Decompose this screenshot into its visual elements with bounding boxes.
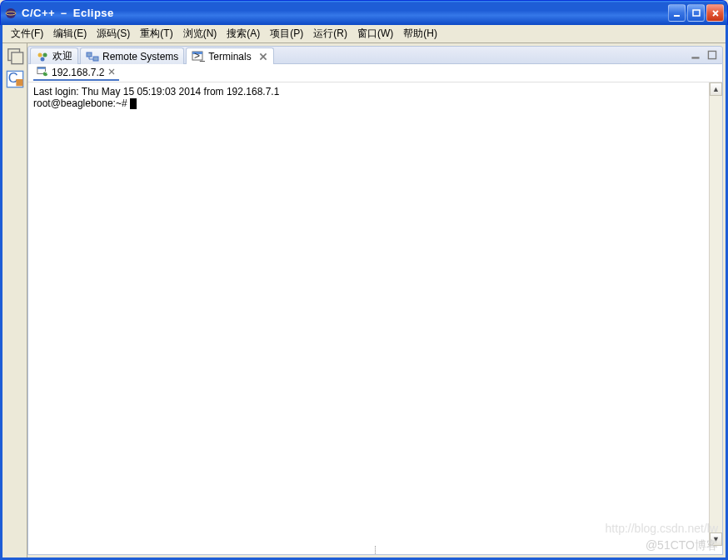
tab-welcome[interactable]: 欢迎 [30, 48, 78, 64]
resize-handle-icon[interactable]: ┊ [28, 546, 722, 554]
scrollbar[interactable]: ▲ ▼ [709, 82, 722, 546]
connection-tab[interactable]: + 192.168.7.2 [33, 66, 119, 81]
view-tabs: 欢迎 Remote Systems >_ Terminals [27, 46, 723, 64]
menu-project[interactable]: 项目(P) [265, 25, 308, 42]
menu-window[interactable]: 窗口(W) [352, 25, 398, 42]
restore-icon[interactable] [6, 47, 24, 65]
tab-remote-systems[interactable]: Remote Systems [80, 48, 184, 64]
tab-terminals[interactable]: >_ Terminals [186, 48, 273, 64]
menu-browse[interactable]: 浏览(N) [178, 25, 222, 42]
svg-rect-17 [691, 57, 699, 58]
terminal-panel: + 192.168.7.2 Last login: Thu May 15 05:… [27, 64, 723, 555]
minimize-view-icon[interactable] [689, 48, 702, 62]
menu-edit[interactable]: 编辑(E) [48, 25, 92, 42]
cpp-perspective-icon[interactable]: C [6, 70, 24, 88]
svg-rect-8 [16, 79, 22, 86]
minimize-button[interactable] [668, 4, 686, 22]
svg-point-10 [43, 52, 47, 57]
svg-point-11 [41, 57, 45, 61]
menu-run[interactable]: 运行(R) [308, 25, 352, 42]
svg-rect-18 [708, 51, 716, 58]
terminal-prompt: root@beaglebone:~# [33, 98, 130, 109]
svg-rect-2 [674, 15, 680, 17]
menu-help[interactable]: 帮助(H) [398, 25, 442, 42]
menu-bar: 文件(F) 编辑(E) 源码(S) 重构(T) 浏览(N) 搜索(A) 项目(P… [2, 25, 726, 43]
close-button[interactable] [706, 4, 724, 22]
svg-rect-3 [693, 10, 700, 16]
svg-text:+: + [44, 67, 48, 77]
terminals-icon: >_ [192, 50, 205, 63]
menu-refactor[interactable]: 重构(T) [135, 25, 177, 42]
svg-text:>_: >_ [194, 50, 205, 62]
menu-file[interactable]: 文件(F) [6, 25, 48, 42]
terminal-line: Last login: Thu May 15 05:19:03 2014 fro… [33, 86, 704, 98]
maximize-button[interactable] [687, 4, 705, 22]
svg-rect-13 [93, 57, 98, 61]
svg-rect-5 [11, 52, 22, 64]
remote-systems-icon [86, 50, 99, 63]
connection-icon: + [37, 65, 48, 79]
menu-search[interactable]: 搜索(A) [222, 25, 265, 42]
cursor-icon [130, 98, 137, 109]
title-bar: C/C++ － Eclipse [0, 0, 728, 25]
svg-rect-12 [87, 52, 92, 57]
terminal-prompt-line: root@beaglebone:~# [33, 98, 704, 109]
terminal[interactable]: Last login: Thu May 15 05:19:03 2014 fro… [28, 82, 709, 546]
svg-point-9 [38, 52, 42, 57]
eclipse-icon [4, 7, 17, 20]
tab-terminals-label: Terminals [208, 51, 251, 62]
tab-welcome-label: 欢迎 [52, 49, 72, 63]
connection-tabs: + 192.168.7.2 [28, 64, 722, 82]
perspective-bar: C [2, 43, 27, 558]
scroll-up-icon[interactable]: ▲ [710, 82, 722, 96]
view-toolbar [689, 48, 719, 62]
connection-close-icon[interactable] [107, 67, 116, 78]
menu-source[interactable]: 源码(S) [92, 25, 135, 42]
welcome-icon [36, 50, 49, 63]
window-title: C/C++ － Eclipse [22, 6, 668, 21]
scroll-down-icon[interactable]: ▼ [710, 532, 722, 546]
maximize-view-icon[interactable] [706, 48, 719, 62]
svg-point-0 [6, 8, 16, 18]
close-icon[interactable] [258, 52, 268, 62]
connection-host: 192.168.7.2 [52, 67, 104, 78]
tab-remote-label: Remote Systems [102, 51, 178, 62]
